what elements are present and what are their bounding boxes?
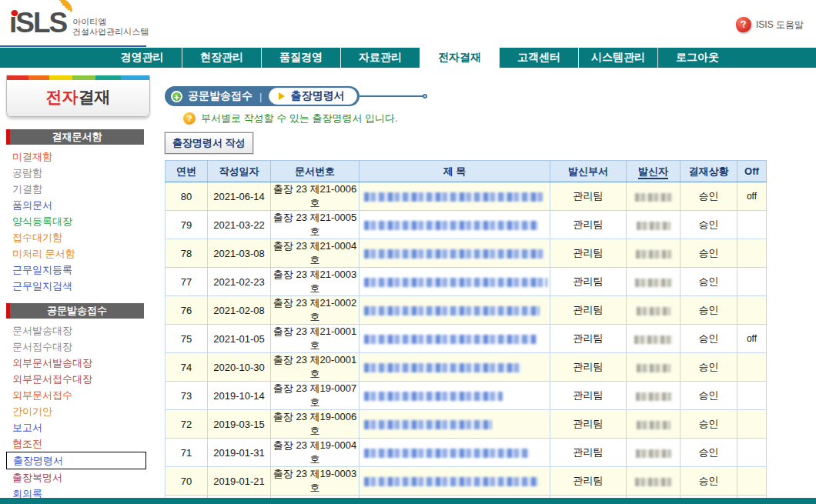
breadcrumb-parent[interactable]: 공문발송접수	[188, 89, 252, 103]
table-row[interactable]: 80 2021-06-14 출장 23 제21-0006호 관리팀 승인 off	[166, 182, 767, 211]
isls-logo[interactable]: iSLS 아이티엠 건설사업관리시스템	[9, 5, 149, 42]
header-divider	[0, 45, 146, 47]
sidebar-item[interactable]: 외부문서접수	[0, 387, 158, 403]
column-header[interactable]: 연번	[166, 161, 208, 182]
cell-title[interactable]	[360, 410, 550, 439]
cell-off	[737, 410, 767, 439]
sidebar-item[interactable]: 출장복명서	[0, 469, 158, 486]
create-trip-order-button[interactable]: 출장명령서 작성	[165, 132, 253, 154]
sidebar-item[interactable]: 공람함	[0, 165, 158, 181]
sidebar-section2-items: 문서발송대장 문서접수대장 외부문서발송대장 외부문서접수대장 외부문서접수 간…	[0, 322, 158, 504]
nav-tab[interactable]: 경영관리	[102, 48, 182, 68]
sidebar: 전자결재 결재문서함 미결재함 공람함 기결함 품의문서 양식등록대장 접수대기…	[0, 68, 158, 504]
sidebar-item[interactable]: 출장명령서	[6, 452, 146, 469]
sidebar-item[interactable]: 협조전	[0, 436, 158, 452]
redacted-title	[364, 306, 540, 315]
table-row[interactable]: 77 2021-02-23 출장 23 제21-0003호 관리팀 승인	[166, 268, 767, 296]
cell-title[interactable]	[360, 382, 550, 410]
nav-tab[interactable]: 전자결재	[420, 48, 499, 68]
sidebar-item[interactable]: 외부문서발송대장	[0, 355, 158, 371]
cell-doc-number: 출장 23 제19-0003호	[271, 467, 360, 496]
sidebar-item[interactable]: 근무일지검색	[0, 278, 158, 294]
table-row[interactable]: 79 2021-03-22 출장 23 제21-0005호 관리팀 승인	[166, 211, 767, 239]
sidebar-item[interactable]: 보고서	[0, 419, 158, 436]
page-description: 부서별로 작성할 수 있는 출장명령서 입니다.	[201, 112, 398, 125]
cell-title[interactable]	[360, 182, 550, 211]
sidebar-item[interactable]: 간이기안	[0, 403, 158, 419]
sidebar-item[interactable]: 미처리 문서함	[0, 245, 158, 262]
nav-tab[interactable]: 자료관리	[340, 48, 420, 68]
nav-tab[interactable]: 품질경영	[261, 48, 340, 68]
cell-title[interactable]	[360, 211, 550, 239]
sidebar-item[interactable]: 기결함	[0, 181, 158, 197]
sidebar-item[interactable]: 접수대기함	[0, 229, 158, 245]
content-area: + 공문발송접수 | 출장명령서 ? 부서별로 작성할 수 있는 출장명령서 입…	[158, 68, 816, 504]
cell-department: 관리팀	[550, 467, 627, 496]
cell-doc-number: 출장 23 제21-0006호	[271, 182, 360, 211]
cell-off	[737, 239, 767, 268]
breadcrumb-end-dot	[423, 94, 427, 98]
table-row[interactable]: 71 2019-01-31 출장 23 제19-0004호 관리팀 승인	[166, 439, 767, 467]
table-row[interactable]: 73 2019-10-14 출장 23 제19-0007호 관리팀 승인	[166, 382, 767, 410]
cell-date: 2019-10-14	[208, 382, 271, 410]
cell-title[interactable]	[360, 353, 550, 382]
table-row[interactable]: 70 2019-01-21 출장 23 제19-0003호 관리팀 승인	[166, 467, 767, 496]
redacted-name	[634, 335, 673, 344]
sidebar-item[interactable]: 근무일지등록	[0, 262, 158, 278]
cell-off: off	[737, 325, 767, 353]
cell-title[interactable]	[360, 268, 550, 296]
cell-doc-number: 출장 23 제21-0001호	[271, 325, 360, 353]
redacted-title	[364, 363, 521, 372]
nav-tab[interactable]: 고객센터	[499, 48, 578, 68]
help-label: ISIS 도움말	[756, 18, 804, 32]
arrow-right-icon	[279, 92, 285, 100]
cell-title[interactable]	[360, 439, 550, 467]
sidebar-item[interactable]: 문서발송대장	[0, 322, 158, 339]
column-header[interactable]: Off	[737, 161, 767, 182]
cell-department: 관리팀	[550, 410, 627, 439]
cell-off	[737, 268, 767, 296]
sidebar-item[interactable]: 품의문서	[0, 197, 158, 213]
column-header[interactable]: 문서번호	[271, 161, 360, 182]
cell-date: 2019-01-31	[208, 439, 271, 467]
table-header-row: 연번 작성일자 문서번호 제 목	[166, 161, 767, 182]
column-header[interactable]: 작성일자	[208, 161, 271, 182]
cell-date: 2021-01-05	[208, 325, 271, 353]
cell-department: 관리팀	[550, 182, 627, 211]
nav-tab[interactable]: 현장관리	[182, 48, 261, 68]
sidebar-item[interactable]: 양식등록대장	[0, 213, 158, 229]
cell-sender	[627, 211, 681, 239]
nav-tab[interactable]: 시스템관리	[578, 48, 657, 68]
column-header[interactable]: 제 목	[360, 161, 550, 182]
cell-doc-number: 출장 23 제19-0007호	[271, 382, 360, 410]
table-row[interactable]: 74 2020-10-30 출장 23 제20-0001호 관리팀 승인	[166, 353, 767, 382]
redacted-title	[364, 477, 538, 486]
table-row[interactable]: 75 2021-01-05 출장 23 제21-0001호 관리팀 승인 off	[166, 325, 767, 353]
column-header[interactable]: 결재상황	[681, 161, 737, 182]
table-row[interactable]: 72 2019-03-15 출장 23 제19-0006호 관리팀 승인	[166, 410, 767, 439]
column-header[interactable]: 발신자	[627, 161, 681, 182]
sidebar-item[interactable]: 미결재함	[0, 149, 158, 165]
cell-department: 관리팀	[550, 439, 627, 467]
sidebar-item[interactable]: 외부문서접수대장	[0, 371, 158, 387]
brand-text: iSLS	[9, 7, 66, 38]
redacted-name	[636, 392, 671, 401]
cell-status: 승인	[681, 353, 737, 382]
redacted-name	[637, 307, 671, 315]
help-link[interactable]: ? ISIS 도움말	[736, 17, 804, 32]
table-row[interactable]: 78 2021-03-08 출장 23 제21-0004호 관리팀 승인	[166, 239, 767, 268]
redacted-title	[364, 278, 547, 287]
cell-date: 2021-06-14	[208, 182, 271, 211]
cell-title[interactable]	[360, 239, 550, 268]
cell-status: 승인	[681, 439, 737, 467]
cell-doc-number: 출장 23 제19-0006호	[271, 410, 360, 439]
app-header: iSLS 아이티엠 건설사업관리시스템 ? ISIS 도움말	[0, 0, 816, 48]
column-header[interactable]: 발신부서	[550, 161, 627, 182]
cell-title[interactable]	[360, 296, 550, 325]
table-row[interactable]: 76 2021-02-08 출장 23 제21-0002호 관리팀 승인	[166, 296, 767, 325]
cell-title[interactable]	[360, 467, 550, 496]
cell-title[interactable]	[360, 325, 550, 353]
sidebar-item[interactable]: 문서접수대장	[0, 339, 158, 355]
cell-off	[737, 382, 767, 410]
nav-tab[interactable]: 로그아웃	[657, 48, 737, 68]
